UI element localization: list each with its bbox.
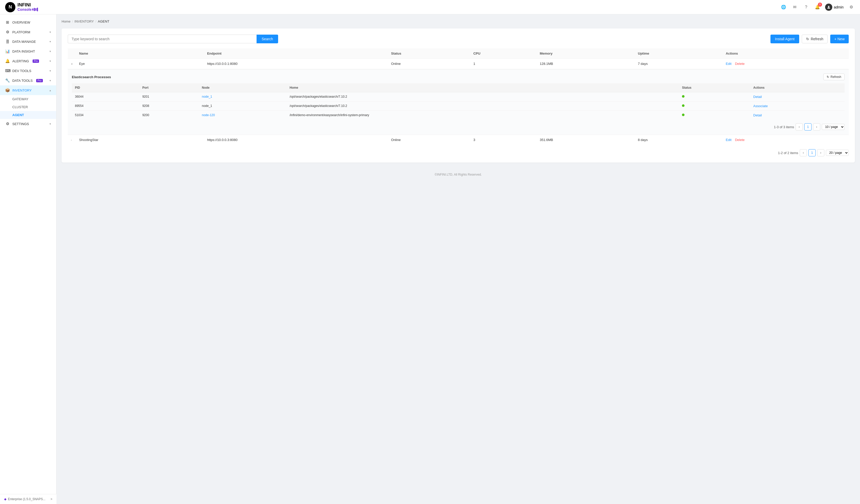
svg-point-0 — [828, 6, 829, 7]
es-port: 9201 — [139, 92, 199, 102]
sidebar-item-cluster[interactable]: CLUSTER — [0, 103, 56, 111]
col-status: Status — [388, 48, 470, 59]
breadcrumb-inventory[interactable]: INVENTORY — [74, 19, 94, 23]
col-uptime: Uptime — [635, 48, 722, 59]
sidebar-item-dev-tools[interactable]: ⌨ DEV TOOLS ▾ — [0, 66, 56, 76]
search-right: Install Agent ↻ Refresh + New — [771, 34, 849, 43]
expand-icon[interactable]: + — [71, 62, 73, 66]
per-page-select[interactable]: 10 / page — [822, 124, 845, 130]
sidebar-item-inventory[interactable]: 📦 INVENTORY ▴ — [0, 85, 56, 95]
sidebar-item-overview[interactable]: ⊞ OVERVIEW — [0, 17, 56, 27]
breadcrumb-home[interactable]: Home — [61, 19, 71, 23]
expand-icon[interactable]: - — [71, 138, 72, 142]
nested-refresh-button[interactable]: ↻ Refresh — [823, 74, 845, 80]
notification-badge: 9 — [818, 3, 822, 7]
search-bar: Search Install Agent ↻ Refresh + New — [68, 34, 849, 43]
es-action-link[interactable]: Associate — [753, 104, 768, 108]
es-home: /opt/search/packages/elasticsearch/7.10.… — [287, 92, 679, 102]
agent-name: ShootingStar — [76, 135, 204, 145]
es-action-link[interactable]: Detail — [753, 95, 762, 99]
sidebar-item-settings[interactable]: ⚙ SETTINGS ▾ — [0, 119, 56, 129]
delete-link[interactable]: Delete — [735, 138, 745, 142]
dev-tools-icon: ⌨ — [5, 69, 10, 73]
logo-bars — [32, 8, 38, 11]
table-row: 51034 9200 node-120 /infini/demo-environ… — [72, 111, 845, 120]
agent-memory: 351.6MB — [537, 135, 635, 145]
alerting-icon: 🔔 — [5, 59, 10, 63]
search-left: Search — [68, 34, 278, 43]
install-agent-button[interactable]: Install Agent — [771, 34, 799, 43]
col-name: Name — [76, 48, 204, 59]
table-row: + Eye https://10.0.0.1:8080 Online 1 128… — [68, 59, 849, 69]
search-input[interactable] — [68, 34, 257, 43]
sidebar-item-alerting[interactable]: 🔔 ALERTING Pro ▾ — [0, 56, 56, 66]
sidebar-label-inventory: INVENTORY — [12, 88, 31, 92]
copyright-text: ©INFINI.LTD, All Rights Reserved. — [435, 173, 482, 176]
table-row: - ShootingStar https://10.0.0.3:8080 Onl… — [68, 135, 849, 145]
nested-table: PID Port Node Home Status Actions — [72, 83, 845, 120]
outer-per-page-select[interactable]: 20 / page — [826, 150, 849, 156]
arrow-icon: > — [51, 497, 52, 501]
edit-link[interactable]: Edit — [726, 138, 731, 142]
outer-page-next-btn[interactable]: › — [817, 149, 825, 157]
globe-icon[interactable]: 🌐 — [780, 4, 787, 11]
sidebar-item-data-manage[interactable]: 🗄 DATA MANAGE ▾ — [0, 37, 56, 46]
sidebar-item-data-tools[interactable]: 🔧 DATA TOOLS Pro ▾ — [0, 76, 56, 85]
pro-badge-alerting: Pro — [32, 59, 39, 63]
logo-text: INFINI Console — [17, 3, 38, 12]
status-dot — [682, 114, 685, 116]
refresh-button[interactable]: ↻ Refresh — [802, 34, 828, 43]
nested-col-status: Status — [679, 83, 750, 92]
sidebar: ⊞ OVERVIEW ⚙ PLATFORM ▾ 🗄 DATA MANAGE ▾ … — [0, 14, 56, 504]
edit-link[interactable]: Edit — [726, 62, 731, 65]
es-node-link[interactable]: node-120 — [202, 113, 215, 117]
sidebar-item-agent[interactable]: AGENT — [0, 111, 56, 119]
outer-page-prev-btn[interactable]: ‹ — [800, 149, 807, 157]
nested-section: Elasticsearch Processes ↻ Refresh — [68, 69, 849, 135]
sidebar-label-platform: PLATFORM — [12, 30, 30, 34]
new-button[interactable]: + New — [830, 34, 849, 43]
help-icon[interactable]: ? — [803, 4, 810, 11]
page-footer: ©INFINI.LTD, All Rights Reserved. — [61, 168, 855, 181]
page-next-btn[interactable]: › — [813, 123, 820, 131]
es-pid: 89554 — [72, 102, 139, 111]
nested-col-pid: PID — [72, 83, 139, 92]
agent-actions: Edit Delete — [723, 135, 849, 145]
chevron-up-icon: ▴ — [49, 89, 51, 92]
agent-status: Online — [388, 59, 470, 69]
delete-link[interactable]: Delete — [735, 62, 745, 65]
es-action-link[interactable]: Detail — [753, 113, 762, 117]
es-node-link[interactable]: node_1 — [202, 95, 212, 99]
es-home: /infini/demo-environment/easysearch/infi… — [287, 111, 679, 120]
sidebar-footer[interactable]: ◆ Enterprise (1.5.0_SNAPS... > — [0, 494, 56, 504]
agent-status: Online — [388, 135, 470, 145]
notification-icon[interactable]: 🔔 9 — [814, 4, 821, 11]
chevron-down-icon: ▾ — [49, 40, 51, 43]
data-manage-icon: 🗄 — [5, 40, 10, 44]
sidebar-item-data-insight[interactable]: 📊 DATA INSIGHT ▾ — [0, 46, 56, 56]
data-tools-icon: 🔧 — [5, 78, 10, 83]
search-button[interactable]: Search — [257, 34, 278, 43]
page-prev-btn[interactable]: ‹ — [796, 123, 803, 131]
page-1-btn[interactable]: 1 — [804, 123, 812, 131]
agent-actions: Edit Delete — [723, 59, 849, 69]
nested-col-port: Port — [139, 83, 199, 92]
sidebar-label-settings: SETTINGS — [12, 122, 29, 126]
table-row: 89554 9208 node_1 /opt/search/packages/e… — [72, 102, 845, 111]
col-expand — [68, 48, 76, 59]
sidebar-item-platform[interactable]: ⚙ PLATFORM ▾ — [0, 27, 56, 37]
nested-col-actions: Actions — [750, 83, 845, 92]
settings-icon[interactable]: ⚙ — [848, 4, 855, 11]
breadcrumb: Home / INVENTORY / AGENT — [61, 19, 855, 23]
avatar — [825, 4, 832, 11]
sidebar-item-gateway[interactable]: GATEWAY — [0, 95, 56, 103]
mail-icon[interactable]: ✉ — [791, 4, 799, 11]
es-pid: 36044 — [72, 92, 139, 102]
admin-area[interactable]: admin — [825, 4, 844, 11]
overview-icon: ⊞ — [5, 20, 10, 25]
logo-infini: INFINI — [17, 3, 38, 8]
outer-page-1-btn[interactable]: 1 — [808, 149, 816, 157]
sidebar-label-overview: OVERVIEW — [12, 20, 30, 24]
chevron-down-icon: ▾ — [49, 122, 51, 125]
col-memory: Memory — [537, 48, 635, 59]
